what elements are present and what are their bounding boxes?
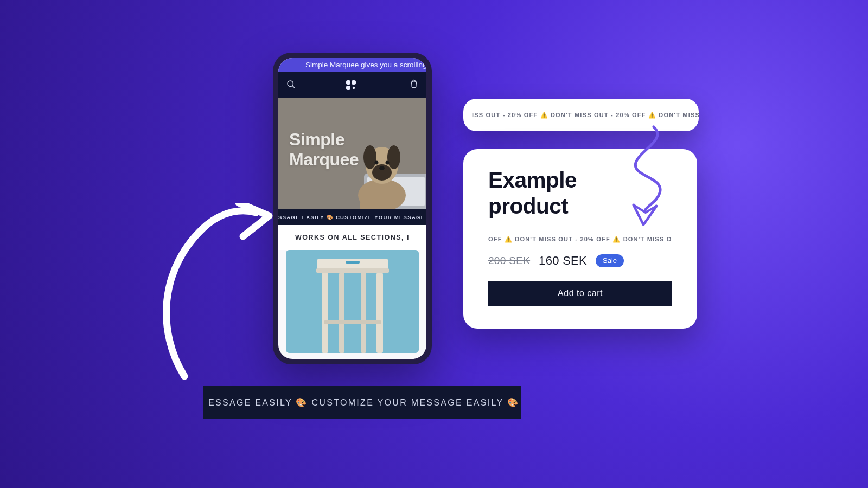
price-row: 200 SEK 160 SEK Sale <box>488 254 672 268</box>
svg-rect-21 <box>376 273 383 353</box>
svg-point-12 <box>387 145 400 169</box>
svg-rect-25 <box>346 261 360 264</box>
product-marquee: OFF ⚠️ DON'T MISS OUT - 20% OFF ⚠️ DON'T… <box>488 236 672 243</box>
dog-illustration <box>349 136 414 209</box>
svg-rect-17 <box>360 200 369 209</box>
svg-point-9 <box>358 179 406 209</box>
svg-point-14 <box>375 161 379 165</box>
svg-point-16 <box>379 166 385 170</box>
price-compare: 200 SEK <box>488 255 530 267</box>
hero-title-line2: Marquee <box>289 150 359 170</box>
hero-title: Simple Marquee <box>289 130 359 170</box>
sale-badge: Sale <box>596 254 624 267</box>
svg-rect-20 <box>322 273 328 353</box>
svg-rect-24 <box>324 320 381 324</box>
svg-rect-22 <box>339 273 344 353</box>
svg-rect-3 <box>346 86 350 90</box>
svg-line-1 <box>292 86 294 87</box>
store-header <box>278 72 426 98</box>
phone-screen: Simple Marquee gives you a scrolling ea <box>278 58 426 359</box>
search-icon[interactable] <box>286 79 296 91</box>
svg-point-13 <box>372 164 392 181</box>
store-logo-icon <box>346 80 360 91</box>
product-image <box>286 250 419 353</box>
marquee-strip-dark: SSAGE EASILY 🎨 CUSTOMIZE YOUR MESSAGE EA… <box>278 209 426 225</box>
svg-point-10 <box>366 147 398 184</box>
price-current: 160 SEK <box>539 254 587 268</box>
cart-icon[interactable] <box>409 79 419 91</box>
svg-rect-6 <box>364 174 426 209</box>
laptop-illustration <box>350 171 426 209</box>
svg-rect-19 <box>316 268 389 273</box>
floating-marquee-text: ISS OUT - 20% OFF ⚠️ DON'T MISS OUT - 20… <box>472 112 699 119</box>
svg-rect-4 <box>352 80 356 85</box>
hero-title-line1: Simple <box>289 130 359 150</box>
svg-rect-2 <box>346 80 350 85</box>
phone-frame: Simple Marquee gives you a scrolling ea <box>273 53 432 364</box>
svg-point-5 <box>352 87 354 89</box>
add-to-cart-button[interactable]: Add to cart <box>488 281 672 306</box>
svg-point-15 <box>386 161 390 165</box>
announcement-bar: Simple Marquee gives you a scrolling ea <box>278 58 426 72</box>
svg-rect-7 <box>367 177 425 206</box>
svg-rect-23 <box>361 273 366 353</box>
bottom-marquee-bar: ESSAGE EASILY 🎨 CUSTOMIZE YOUR MESSAGE E… <box>203 386 521 419</box>
section-caption: WORKS ON ALL SECTIONS, I <box>278 225 426 250</box>
bottom-marquee-text: ESSAGE EASILY 🎨 CUSTOMIZE YOUR MESSAGE E… <box>208 397 521 408</box>
hero-banner: Simple Marquee <box>278 98 426 209</box>
svg-rect-18 <box>317 259 388 269</box>
svg-point-11 <box>363 145 376 169</box>
squiggle-arrow-icon <box>624 125 673 230</box>
arrow-icon <box>153 203 278 382</box>
